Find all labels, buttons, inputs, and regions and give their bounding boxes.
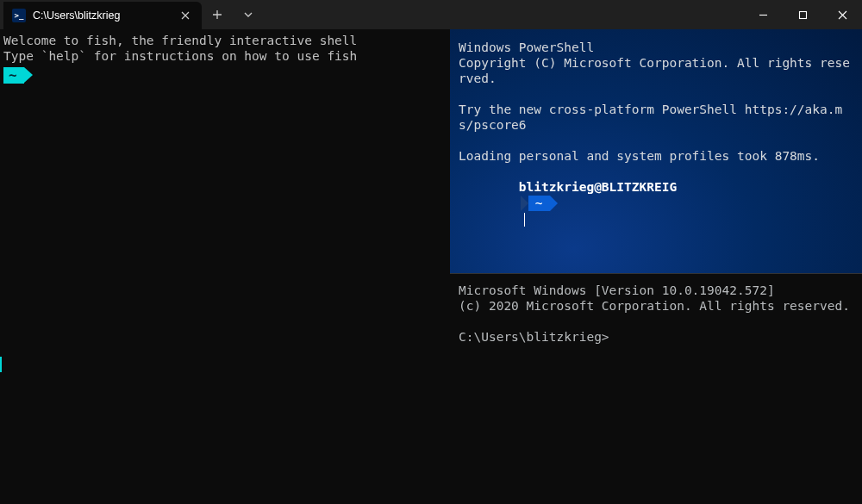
tab-title: C:\Users\blitzkrieg xyxy=(33,9,171,22)
fish-pane-cursor-indicator xyxy=(0,357,2,372)
cmd-prompt: C:\Users\blitzkrieg> xyxy=(459,329,853,345)
chevron-right-icon xyxy=(550,196,558,211)
titlebar-drag-area[interactable] xyxy=(264,0,743,29)
chevron-right-icon xyxy=(521,196,528,211)
cmd-banner-line2: (c) 2020 Microsoft Corporation. All righ… xyxy=(459,298,853,314)
svg-rect-0 xyxy=(799,11,806,18)
fish-prompt: ~ xyxy=(3,67,33,84)
powershell-icon: >_ xyxy=(12,9,26,22)
tab-active[interactable]: >_ C:\Users\blitzkrieg xyxy=(3,2,202,29)
fish-welcome-line2: Type `help` for instructions on how to u… xyxy=(3,48,447,64)
close-button[interactable] xyxy=(822,0,862,29)
terminal-panes: Welcome to fish, the friendly interactiv… xyxy=(0,29,862,504)
new-tab-button[interactable] xyxy=(202,0,233,29)
ps-banner-line2: Copyright (C) Microsoft Corporation. All… xyxy=(459,55,853,86)
pane-cmd[interactable]: Microsoft Windows [Version 10.0.19042.57… xyxy=(450,273,862,504)
ps-banner-line1: Windows PowerShell xyxy=(459,40,853,55)
ps-prompt: blitzkrieg@BLITZKREIG ~ xyxy=(459,164,853,242)
pane-fish[interactable]: Welcome to fish, the friendly interactiv… xyxy=(0,29,450,504)
minimize-button[interactable] xyxy=(743,0,783,29)
tab-dropdown-button[interactable] xyxy=(233,0,264,29)
ps-prompt-dir: ~ xyxy=(528,196,550,211)
ps-prompt-user: blitzkrieg@BLITZKREIG xyxy=(519,180,677,194)
tab-close-button[interactable] xyxy=(178,8,193,23)
cmd-banner-line1: Microsoft Windows [Version 10.0.19042.57… xyxy=(459,283,853,298)
fish-prompt-arrow-icon xyxy=(24,67,33,83)
titlebar: >_ C:\Users\blitzkrieg xyxy=(0,0,862,29)
maximize-button[interactable] xyxy=(783,0,822,29)
ps-banner-line4: Loading personal and system profiles too… xyxy=(459,148,853,164)
pane-powershell[interactable]: Windows PowerShell Copyright (C) Microso… xyxy=(450,29,862,273)
fish-welcome-line1: Welcome to fish, the friendly interactiv… xyxy=(3,33,447,48)
fish-prompt-dir: ~ xyxy=(3,67,24,84)
ps-cursor xyxy=(524,213,526,227)
ps-banner-line3: Try the new cross-platform PowerShell ht… xyxy=(459,102,853,133)
